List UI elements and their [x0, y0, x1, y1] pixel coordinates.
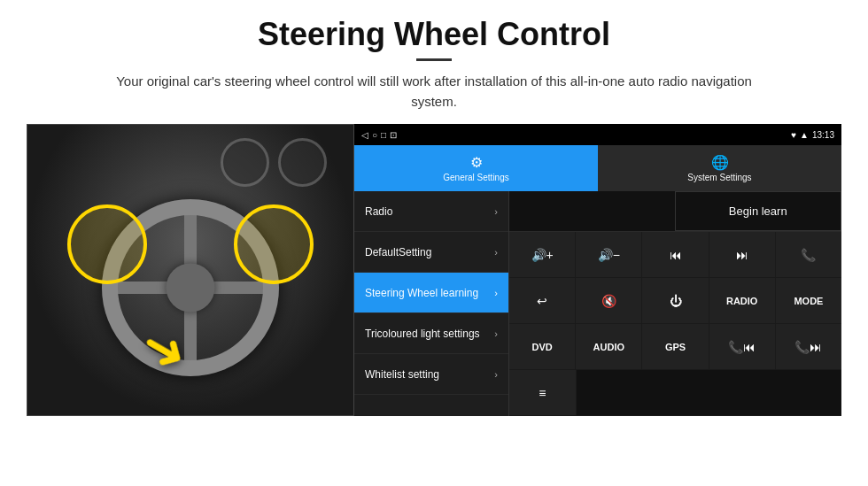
android-panel: ◁ ○ □ ⊡ ♥ ▲ 13:13 ⚙ General Settings [354, 124, 841, 416]
tab-system-label: System Settings [687, 173, 751, 182]
call-next-button[interactable]: 📞⏭ [776, 324, 841, 369]
mute-icon: 🔇 [601, 294, 616, 308]
wifi-icon: ♥ [791, 130, 796, 140]
menu-list-icon: ≡ [539, 386, 546, 400]
volume-down-button[interactable]: 🔊− [576, 232, 642, 277]
gps-button[interactable]: GPS [642, 324, 709, 369]
general-settings-icon: ⚙ [470, 154, 483, 171]
mode-button-label: MODE [794, 296, 823, 306]
dvd-button-label: DVD [531, 342, 552, 352]
power-button[interactable]: ⏻ [642, 278, 709, 323]
tab-general-label: General Settings [443, 173, 509, 182]
call-next-icon: 📞⏭ [794, 340, 822, 354]
tab-general[interactable]: ⚙ General Settings [354, 145, 598, 191]
tab-bar: ⚙ General Settings 🌐 System Settings [354, 145, 841, 191]
nav-recent-icon: □ [381, 130, 386, 140]
gauge-2 [278, 138, 327, 187]
dvd-button[interactable]: DVD [509, 324, 576, 369]
page-container: Steering Wheel Control Your original car… [0, 0, 868, 486]
hang-up-button[interactable]: ↩ [509, 278, 576, 323]
menu-item-steering-label: Steering Wheel learning [365, 287, 478, 299]
status-bar: ◁ ○ □ ⊡ ♥ ▲ 13:13 [354, 124, 841, 145]
power-icon: ⏻ [670, 294, 682, 308]
title-divider [416, 58, 452, 61]
mode-button[interactable]: MODE [776, 278, 841, 323]
btn-row-4: ≡ [509, 370, 841, 416]
tab-system[interactable]: 🌐 System Settings [598, 145, 841, 191]
signal-icon: ▲ [800, 130, 809, 140]
page-title: Steering Wheel Control [258, 16, 610, 53]
call-prev-button[interactable]: 📞⏮ [709, 324, 776, 369]
phone-button[interactable]: 📞 [776, 232, 841, 277]
nav-back-icon: ◁ [361, 130, 368, 140]
control-empty-cell [509, 191, 675, 231]
car-image-panel: ➜ [27, 124, 354, 416]
begin-learn-label: Begin learn [729, 204, 787, 218]
call-prev-icon: 📞⏮ [728, 340, 756, 354]
next-track-button[interactable]: ⏭ [709, 232, 776, 277]
hang-up-icon: ↩ [537, 294, 547, 308]
nav-home-icon: ○ [372, 130, 377, 140]
radio-button-label: RADIO [726, 296, 757, 306]
menu-chevron-whitelist: › [494, 369, 498, 380]
menu-list: Radio › DefaultSetting › Steering Wheel … [354, 191, 509, 416]
menu-chevron-tricoloured: › [494, 328, 498, 339]
nav-cast-icon: ⊡ [390, 130, 397, 140]
button-grid: 🔊+ 🔊− ⏮ ⏭ 📞 [509, 232, 841, 416]
highlight-circle-left [67, 204, 147, 284]
content-area: ➜ ◁ ○ □ ⊡ ♥ ▲ 13:13 [27, 124, 841, 416]
menu-item-tricoloured-label: Tricoloured light settings [365, 328, 480, 340]
prev-track-icon: ⏮ [670, 248, 682, 262]
menu-item-default-label: DefaultSetting [365, 246, 431, 258]
volume-up-icon: 🔊+ [531, 248, 554, 262]
phone-icon: 📞 [801, 248, 816, 262]
menu-item-whitelist[interactable]: Whitelist setting › [354, 354, 508, 395]
menu-chevron-radio: › [494, 206, 498, 217]
menu-item-tricoloured[interactable]: Tricoloured light settings › [354, 313, 508, 354]
menu-item-default-setting[interactable]: DefaultSetting › [354, 232, 508, 273]
begin-learn-button[interactable]: Begin learn [675, 191, 842, 231]
menu-chevron-default: › [494, 247, 498, 258]
btn-row-3: DVD AUDIO GPS 📞⏮ [509, 324, 841, 370]
clock: 13:13 [812, 130, 834, 140]
menu-item-steering[interactable]: Steering Wheel learning › [354, 273, 508, 313]
empty-btn-1 [577, 370, 841, 415]
btn-row-1: 🔊+ 🔊− ⏮ ⏭ 📞 [509, 232, 841, 278]
system-settings-icon: 🌐 [711, 154, 729, 171]
status-icons-left: ◁ ○ □ ⊡ [361, 130, 397, 140]
steering-bg: ➜ [27, 125, 353, 415]
gps-button-label: GPS [665, 342, 686, 352]
audio-button-label: AUDIO [593, 342, 624, 352]
next-track-icon: ⏭ [736, 248, 748, 262]
audio-button[interactable]: AUDIO [576, 324, 642, 369]
sw-center [167, 264, 215, 312]
radio-button[interactable]: RADIO [709, 278, 776, 323]
prev-track-button[interactable]: ⏮ [642, 232, 709, 277]
gauge-1 [221, 138, 269, 187]
menu-item-radio[interactable]: Radio › [354, 191, 508, 232]
btn-row-2: ↩ 🔇 ⏻ RADIO MOD [509, 278, 841, 324]
volume-up-button[interactable]: 🔊+ [509, 232, 576, 277]
volume-down-icon: 🔊− [598, 248, 620, 262]
menu-chevron-steering: › [494, 288, 498, 298]
highlight-circle-right [234, 204, 314, 284]
menu-item-radio-label: Radio [365, 205, 392, 218]
menu-area: Radio › DefaultSetting › Steering Wheel … [354, 191, 841, 416]
control-panel: Begin learn 🔊+ 🔊− [509, 191, 841, 416]
mute-button[interactable]: 🔇 [576, 278, 642, 323]
dash-gauges [221, 138, 327, 187]
page-subtitle: Your original car's steering wheel contr… [115, 72, 753, 112]
control-top-row: Begin learn [509, 191, 841, 232]
status-icons-right: ♥ ▲ 13:13 [791, 130, 834, 140]
menu-icon-button[interactable]: ≡ [509, 370, 577, 415]
menu-item-whitelist-label: Whitelist setting [365, 368, 439, 381]
